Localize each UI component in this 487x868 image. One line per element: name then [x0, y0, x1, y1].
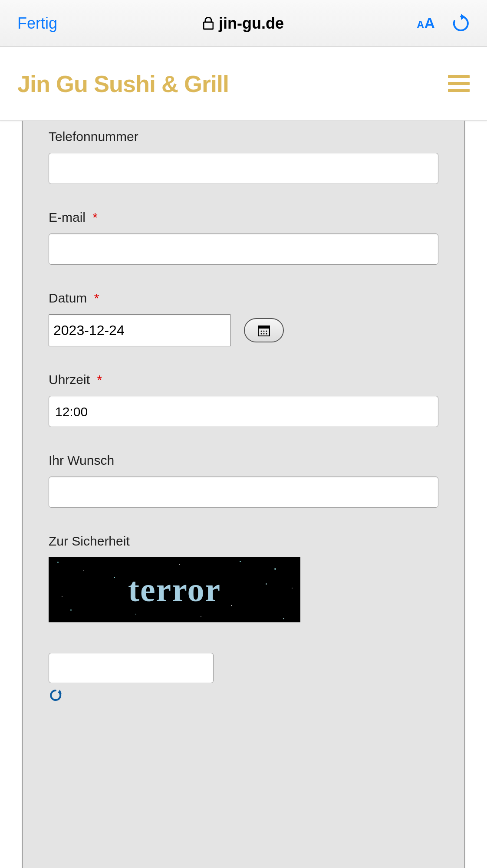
- wunsch-label: Ihr Wunsch: [49, 453, 438, 468]
- svg-rect-1: [258, 326, 270, 329]
- email-input[interactable]: [49, 233, 438, 265]
- captcha-image: terror: [49, 557, 300, 622]
- calendar-icon: [257, 323, 271, 337]
- uhrzeit-label: Uhrzeit *: [49, 372, 438, 387]
- field-captcha: Zur Sicherheit terror: [49, 534, 438, 702]
- datum-label: Datum *: [49, 291, 438, 306]
- datum-label-text: Datum: [49, 291, 87, 305]
- page-header: Jin Gu Sushi & Grill: [0, 47, 487, 121]
- field-telefon: Telefonnummer: [49, 129, 438, 184]
- uhrzeit-select[interactable]: 12:00: [49, 396, 438, 427]
- svg-point-7: [266, 333, 267, 335]
- done-button[interactable]: Fertig: [17, 14, 57, 33]
- captcha-label: Zur Sicherheit: [49, 534, 438, 549]
- wunsch-input[interactable]: [49, 477, 438, 508]
- email-label-text: E-mail: [49, 210, 86, 224]
- field-wunsch: Ihr Wunsch: [49, 453, 438, 508]
- hamburger-menu-button[interactable]: [448, 75, 470, 92]
- captcha-input[interactable]: [49, 653, 214, 683]
- captcha-text: terror: [128, 570, 221, 609]
- svg-point-6: [263, 333, 265, 335]
- url-display[interactable]: jin-gu.de: [203, 14, 284, 33]
- site-title: Jin Gu Sushi & Grill: [17, 70, 229, 97]
- svg-point-2: [261, 331, 262, 332]
- refresh-icon: [49, 688, 63, 702]
- datum-input[interactable]: [49, 314, 231, 346]
- required-mark: *: [97, 372, 102, 387]
- svg-point-4: [266, 331, 267, 332]
- lock-icon: [203, 17, 214, 30]
- field-email: E-mail *: [49, 210, 438, 265]
- browser-toolbar: Fertig jin-gu.de AA: [0, 0, 487, 47]
- refresh-captcha-button[interactable]: [49, 688, 438, 702]
- required-mark: *: [92, 210, 98, 224]
- reservation-form: Telefonnummer E-mail * Datum *: [22, 121, 465, 868]
- uhrzeit-label-text: Uhrzeit: [49, 372, 90, 387]
- svg-point-5: [261, 333, 262, 335]
- calendar-picker-button[interactable]: [244, 318, 284, 342]
- field-uhrzeit: Uhrzeit * 12:00: [49, 372, 438, 427]
- telefon-label: Telefonnummer: [49, 129, 438, 144]
- required-mark: *: [94, 291, 99, 305]
- url-text: jin-gu.de: [219, 14, 284, 33]
- email-label: E-mail *: [49, 210, 438, 225]
- svg-point-3: [263, 331, 265, 332]
- field-datum: Datum *: [49, 291, 438, 346]
- reload-button[interactable]: [452, 14, 470, 33]
- telefon-input[interactable]: [49, 153, 438, 184]
- text-size-button[interactable]: AA: [417, 15, 435, 32]
